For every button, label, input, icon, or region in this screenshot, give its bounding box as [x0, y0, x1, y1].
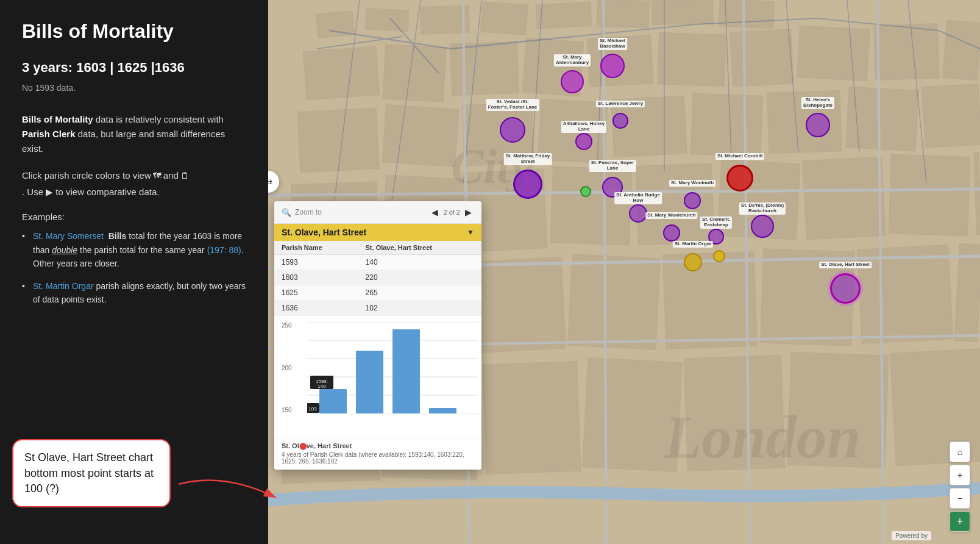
popup-table-body: 1593 140 1603 220 1625 265 1636 102	[274, 255, 481, 316]
value-1636: 102	[358, 301, 481, 316]
svg-line-7	[451, 37, 573, 49]
parish-st-michael-cornhill[interactable]: St. Michael Cornhill	[726, 165, 753, 191]
svg-line-8	[573, 24, 695, 37]
svg-text:140: 140	[318, 384, 326, 389]
svg-line-14	[463, 0, 481, 183]
svg-line-19	[786, 0, 798, 152]
bar-1636[interactable]	[429, 408, 456, 413]
parish-st-matthew[interactable]: St. Matthew, FridayStreet	[513, 170, 542, 199]
svg-rect-69	[582, 357, 682, 472]
home-button[interactable]: ⌂	[950, 442, 970, 462]
parish-st-helens-bishopsgate[interactable]: St. Helen'sBishopsgate	[806, 113, 830, 137]
parish-gold-dot[interactable]	[713, 250, 725, 262]
parish-st-martin-orgar[interactable]: St. Martin Orgar	[684, 253, 702, 271]
parish-st-lawrence-jewry[interactable]: St. Lawrence Jewry	[612, 113, 628, 129]
examples-list: St. Mary Somerset Bills total for the ye…	[22, 229, 246, 306]
parish-allhallows-honey[interactable]: Allhallows, HoneyLane	[575, 133, 592, 150]
parish-st-denis-backchurch[interactable]: St. De'nis, (Dionis)Backchurch	[751, 215, 774, 238]
value-1593: 140	[358, 255, 481, 270]
add-button[interactable]: +	[950, 511, 970, 532]
svg-rect-27	[597, 0, 650, 28]
popup-parish-name: St. Olave, Hart Street	[282, 227, 366, 237]
click-info: Click parish circle colors to view 🗺 and…	[22, 168, 246, 199]
svg-text:103: 103	[308, 406, 317, 412]
table-row-1625: 1625 265	[274, 285, 481, 301]
ratio-muted: (197: 88)	[207, 245, 241, 255]
search-icon: 🔍	[282, 208, 291, 217]
description-text: Bills of Mortality data is relatively co…	[22, 112, 246, 156]
svg-rect-62	[662, 251, 757, 349]
parish-green-dot[interactable]	[580, 186, 591, 197]
value-1603: 220	[358, 270, 481, 285]
bar-1603[interactable]	[356, 351, 383, 413]
bar-chart-svg: 1593: 140 103	[307, 322, 478, 413]
svg-rect-26	[536, 2, 592, 29]
svg-line-6	[317, 37, 402, 49]
table-row-1593: 1593 140	[274, 255, 481, 270]
parish-st-vedast[interactable]: St. Vedast /St.Foster's, Foster Lane	[500, 117, 525, 143]
svg-rect-43	[538, 99, 608, 163]
y-label-150: 150	[282, 407, 292, 413]
parish-st-clement-eastcheap[interactable]: St. Clement,Eastcheap	[708, 229, 724, 245]
svg-rect-52	[550, 166, 632, 245]
svg-rect-56	[889, 154, 970, 236]
svg-rect-45	[691, 93, 762, 157]
svg-line-10	[817, 18, 939, 30]
y-label-200: 200	[282, 365, 292, 371]
map-controls: ⌂ + − +	[950, 442, 970, 532]
bar-1593[interactable]	[319, 389, 347, 413]
svg-rect-23	[365, 8, 409, 32]
nav-prev-button[interactable]: ◀	[429, 206, 441, 218]
svg-line-79	[878, 0, 884, 544]
year-1603: 1603	[274, 270, 358, 285]
parish-st-antholin[interactable]: St. Antholin BudgeRow	[629, 204, 647, 223]
year-1625: 1625	[274, 285, 358, 301]
svg-line-13	[390, 0, 421, 213]
popup-footer: St. Ol⬤ve, Hart Street 4 years of Parish…	[274, 438, 481, 470]
st-martin-orgar-link[interactable]: St. Martin Orgar	[33, 281, 94, 291]
bar-1625[interactable]	[392, 329, 420, 413]
swap-button[interactable]: ⇄	[268, 171, 279, 193]
svg-line-18	[725, 0, 731, 159]
popup-card: 🔍 Zoom to ◀ 2 of 2 ▶ St. Olave, Hart Str…	[274, 201, 481, 470]
zoom-out-button[interactable]: −	[950, 488, 970, 509]
bills-label: Bills	[108, 231, 127, 241]
popup-nav: ◀ 2 of 2 ▶	[429, 206, 474, 218]
svg-line-9	[695, 18, 817, 24]
svg-rect-57	[974, 152, 980, 235]
svg-line-21	[908, 0, 926, 183]
examples-label: Examples:	[22, 212, 246, 222]
st-mary-somerset-link[interactable]: St. Mary Somerset	[33, 231, 104, 241]
parish-st-mary-aldermanbury[interactable]: St. MaryAldermanbury	[561, 70, 584, 93]
map-area: City London	[268, 0, 980, 544]
svg-rect-37	[797, 26, 870, 81]
svg-rect-71	[787, 352, 889, 468]
svg-rect-30	[303, 46, 379, 100]
svg-line-20	[847, 0, 859, 152]
parish-st-michael-bassishaw[interactable]: St. MichaelBassishaw	[600, 54, 625, 78]
svg-rect-39	[943, 20, 980, 81]
year-1636: 1636	[274, 301, 358, 316]
svg-rect-32	[450, 41, 519, 96]
table-row-1636: 1636 102	[274, 301, 481, 316]
left-panel: Bills of Mortality 3 years: 1603 | 1625 …	[0, 0, 268, 544]
popup-parish-tag[interactable]: St. Olave, Hart Street ▼	[274, 224, 481, 241]
svg-rect-65	[954, 243, 980, 342]
zoom-in-button[interactable]: +	[950, 465, 970, 485]
popup-table: Parish Name St. Olave, Hart Street 1593 …	[274, 241, 481, 316]
nav-next-button[interactable]: ▶	[463, 206, 474, 218]
parish-st-pancras-soper[interactable]: St. Pancras, SoperLane	[602, 177, 623, 198]
svg-rect-60	[473, 257, 566, 353]
chevron-down-icon: ▼	[467, 228, 474, 237]
parish-st-mary-woolchurch[interactable]: St. Mary Woolchurch	[663, 224, 680, 242]
no-data-label: No 1593 data.	[22, 83, 246, 93]
zoom-to-label[interactable]: Zoom to	[295, 208, 322, 217]
svg-line-16	[597, 0, 603, 171]
parish-st-olave-hart-street[interactable]: St. Olave, Hart Street	[830, 273, 861, 304]
table-row-1603: 1603 220	[274, 270, 481, 285]
parish-st-mary-woolnoth[interactable]: St. Mary Woolnoth	[684, 192, 701, 209]
svg-rect-22	[316, 10, 354, 38]
svg-rect-38	[873, 23, 939, 81]
svg-line-77	[603, 0, 606, 544]
svg-rect-28	[652, 0, 714, 25]
